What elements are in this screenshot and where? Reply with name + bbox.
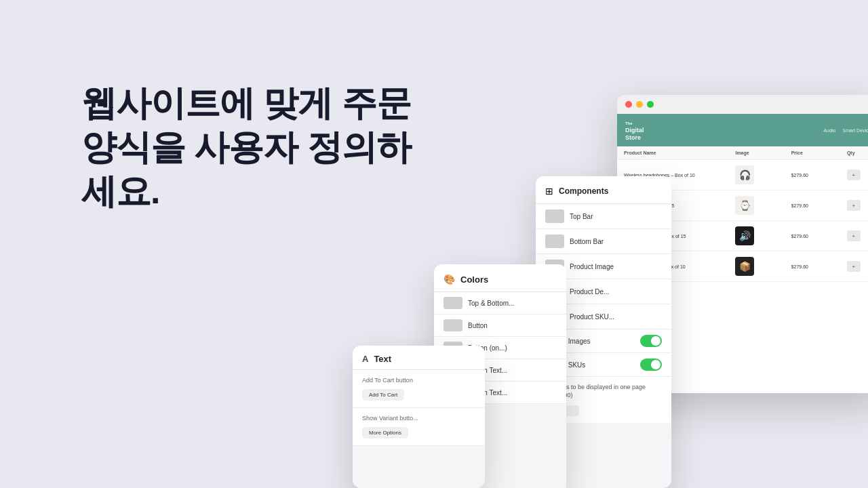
comp-label-bottombar: Bottom Bar (570, 238, 604, 245)
text-header: A Text (353, 346, 485, 370)
comp-thumb-bottombar (545, 235, 564, 248)
colors-header: 🎨 Colors (434, 264, 566, 292)
toggle-variant-skus[interactable] (640, 359, 662, 371)
qty-btn-1[interactable]: + (847, 200, 861, 211)
text-panel: A Text Add To Cart button Add To Cart Sh… (353, 346, 485, 488)
toggle-variant-images[interactable] (640, 335, 662, 347)
components-header: ⊞ Components (536, 176, 671, 204)
color-label-button: Button (468, 322, 488, 329)
components-icon: ⊞ (545, 186, 553, 197)
qty-btn-0[interactable]: + (847, 169, 861, 180)
colors-title: Colors (460, 274, 488, 285)
hero-text: 웹사이트에 맞게 주문 양식을 사용자 정의하 세요. (81, 81, 411, 214)
table-header: Product Name Image Price Qty (617, 146, 868, 160)
comp-item-topbar[interactable]: Top Bar (536, 204, 671, 229)
variant-label: Show Variant butto... (362, 415, 475, 422)
color-item-topbottom[interactable]: Top & Bottom... (434, 292, 566, 314)
dot-yellow (636, 101, 643, 108)
text-add-cart-section: Add To Cart button Add To Cart (353, 370, 485, 408)
comp-label-productsku: Product SKU... (570, 313, 614, 321)
components-title: Components (559, 186, 608, 196)
color-thumb-topbottom (443, 297, 462, 309)
text-variant-section: Show Variant butto... More Options (353, 408, 485, 446)
product-img-3: 📦 (735, 257, 754, 276)
nav-audio[interactable]: Audio (824, 128, 836, 133)
text-icon: A (362, 354, 368, 364)
comp-label-productimage: Product Image (570, 263, 614, 270)
dot-red (625, 101, 632, 108)
color-item-button[interactable]: Button (434, 314, 566, 337)
store-header: The Digital Store Audio Smart Devices (617, 114, 868, 146)
product-img-1: ⌚ (735, 196, 754, 215)
product-img-0: 🎧 (735, 165, 754, 184)
comp-label-topbar: Top Bar (570, 213, 593, 220)
hero-line2: 양식을 사용자 정의하 (81, 125, 411, 169)
qty-btn-3[interactable]: + (847, 261, 861, 272)
hero-line1: 웹사이트에 맞게 주문 (81, 81, 411, 125)
hero-line3: 세요. (81, 169, 411, 214)
titlebar-product (617, 95, 868, 114)
dot-green (647, 101, 654, 108)
product-img-2: 🔊 (735, 226, 754, 245)
add-to-cart-button[interactable]: Add To Cart (362, 389, 404, 401)
color-label-topbottom: Top & Bottom... (468, 300, 514, 307)
palette-icon: 🎨 (443, 274, 455, 285)
qty-btn-2[interactable]: + (847, 230, 861, 241)
comp-item-bottombar[interactable]: Bottom Bar (536, 229, 671, 254)
add-cart-label: Add To Cart button (362, 377, 475, 384)
comp-thumb-topbar (545, 209, 564, 223)
comp-label-productde: Product De... (570, 288, 609, 296)
color-thumb-button (443, 319, 462, 331)
nav-smart-devices[interactable]: Smart Devices (842, 128, 868, 133)
more-options-button[interactable]: More Options (362, 427, 408, 439)
store-nav: Audio Smart Devices (824, 128, 868, 133)
store-logo: The Digital Store (625, 119, 644, 141)
text-title: Text (374, 354, 391, 364)
